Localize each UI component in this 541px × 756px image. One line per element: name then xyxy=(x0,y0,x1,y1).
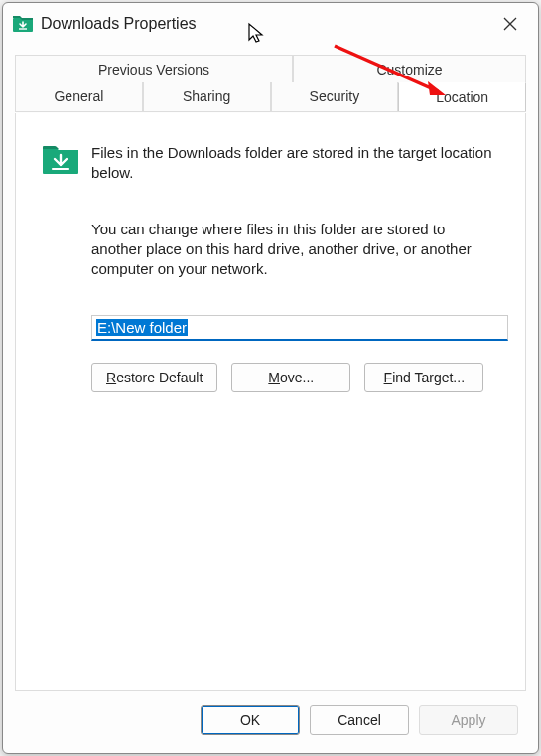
tab-location[interactable]: Location xyxy=(398,82,526,111)
close-icon xyxy=(503,17,517,31)
apply-button: Apply xyxy=(419,705,518,735)
info-text: Files in the Downloads folder are stored… xyxy=(91,141,499,184)
tab-security[interactable]: Security xyxy=(271,82,399,111)
location-pane: Files in the Downloads folder are stored… xyxy=(15,113,526,691)
info-row: Files in the Downloads folder are stored… xyxy=(42,141,499,184)
tabs-row-2: General Sharing Security Location xyxy=(15,82,526,112)
titlebar: Downloads Properties xyxy=(3,3,538,45)
cancel-button[interactable]: Cancel xyxy=(310,705,409,735)
ok-button[interactable]: OK xyxy=(201,705,300,735)
downloads-folder-icon xyxy=(13,14,33,34)
window-title: Downloads Properties xyxy=(41,15,492,33)
description-text: You can change where files in this folde… xyxy=(42,220,499,280)
close-button[interactable] xyxy=(492,9,528,39)
move-button[interactable]: Move... xyxy=(231,363,350,392)
tab-previous-versions[interactable]: Previous Versions xyxy=(15,55,293,83)
tabs-container: Previous Versions Customize General Shar… xyxy=(3,45,538,113)
tab-general[interactable]: General xyxy=(15,82,143,111)
action-buttons-row: Restore Default Move... Find Target... xyxy=(91,363,499,392)
path-input[interactable]: E:\New folder xyxy=(91,315,508,341)
properties-dialog: Downloads Properties Previous Versions C… xyxy=(2,2,539,754)
tab-customize[interactable]: Customize xyxy=(293,55,526,83)
find-target-button[interactable]: Find Target... xyxy=(364,363,483,392)
downloads-folder-large-icon xyxy=(42,141,79,175)
restore-default-button[interactable]: Restore Default xyxy=(91,363,217,392)
tabs-row-1: Previous Versions Customize xyxy=(15,55,526,83)
tab-sharing[interactable]: Sharing xyxy=(143,82,271,111)
dialog-footer: OK Cancel Apply xyxy=(3,691,538,753)
path-value-selected: E:\New folder xyxy=(96,319,188,336)
